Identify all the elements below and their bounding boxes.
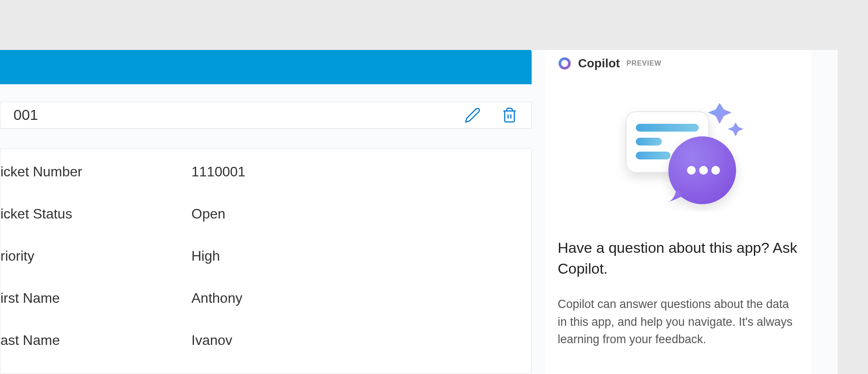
copilot-hero-icon [609, 86, 748, 212]
trash-icon [501, 106, 518, 124]
svg-point-8 [699, 166, 708, 175]
svg-point-7 [687, 166, 696, 175]
record-title-bar: 001 [0, 102, 532, 129]
detail-row: riority High [0, 248, 531, 264]
edit-button[interactable] [464, 106, 481, 124]
copilot-panel: Copilot PREVIEW [545, 50, 812, 374]
field-label-first-name: irst Name [0, 290, 191, 306]
field-label-priority: riority [0, 248, 191, 264]
record-title: 001 [13, 106, 38, 123]
svg-point-9 [711, 166, 720, 175]
detail-card: icket Number 1110001 icket Status Open r… [0, 148, 532, 374]
copilot-logo-icon [558, 56, 572, 70]
copilot-preview-badge: PREVIEW [626, 60, 661, 67]
svg-rect-4 [636, 138, 662, 146]
field-value-first-name: Anthony [191, 290, 242, 306]
field-label-last-name: ast Name [0, 332, 191, 348]
field-label-ticket-status: icket Status [0, 206, 191, 222]
field-value-ticket-number: 1110001 [191, 164, 246, 180]
field-value-last-name: Ivanov [191, 332, 232, 348]
copilot-description: Copilot can answer questions about the d… [558, 295, 799, 348]
detail-row: icket Number 1110001 [0, 164, 531, 180]
detail-row: irst Name Anthony [0, 290, 531, 306]
copilot-graphic [558, 86, 799, 212]
pencil-icon [464, 107, 481, 123]
detail-row: icket Status Open [0, 206, 531, 222]
svg-rect-5 [636, 152, 671, 159]
header-bar [0, 50, 532, 84]
delete-button[interactable] [501, 106, 518, 124]
copilot-header: Copilot PREVIEW [558, 56, 799, 70]
svg-rect-3 [636, 124, 699, 132]
field-label-ticket-number: icket Number [0, 164, 191, 180]
field-value-priority: High [191, 248, 220, 264]
main-container: 001 icket Numbe [0, 50, 838, 374]
field-value-ticket-status: Open [191, 206, 225, 222]
copilot-heading: Have a question about this app? Ask Copi… [558, 238, 799, 279]
content-area: 001 icket Numbe [0, 50, 532, 374]
title-actions [464, 106, 518, 124]
copilot-title: Copilot [578, 56, 620, 70]
detail-row: ast Name Ivanov [0, 332, 531, 348]
